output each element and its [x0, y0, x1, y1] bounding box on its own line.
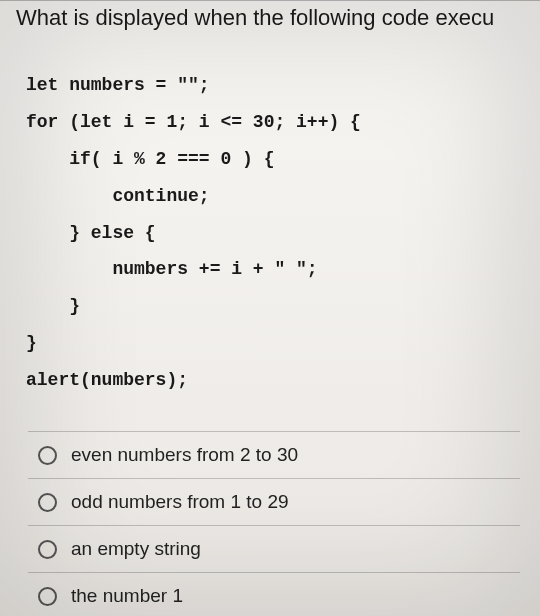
answer-label: even numbers from 2 to 30 — [71, 444, 298, 466]
radio-icon — [38, 446, 57, 465]
code-line: let numbers = ""; — [26, 67, 540, 104]
answer-label: the number 1 — [71, 585, 183, 607]
code-line: for (let i = 1; i <= 30; i++) { — [26, 104, 540, 141]
answer-label: an empty string — [71, 538, 201, 560]
answer-list: even numbers from 2 to 30 odd numbers fr… — [28, 431, 520, 616]
code-line: } — [26, 288, 540, 325]
code-block: let numbers = ""; for (let i = 1; i <= 3… — [0, 31, 540, 419]
question-text: What is displayed when the following cod… — [0, 0, 540, 31]
answer-label: odd numbers from 1 to 29 — [71, 491, 289, 513]
radio-icon — [38, 587, 57, 606]
answer-option-1[interactable]: even numbers from 2 to 30 — [28, 432, 520, 479]
code-line: } else { — [26, 215, 540, 252]
answer-option-3[interactable]: an empty string — [28, 526, 520, 573]
radio-icon — [38, 540, 57, 559]
code-line: continue; — [26, 178, 540, 215]
code-line: alert(numbers); — [26, 362, 540, 399]
radio-icon — [38, 493, 57, 512]
answer-option-2[interactable]: odd numbers from 1 to 29 — [28, 479, 520, 526]
code-line: if( i % 2 === 0 ) { — [26, 141, 540, 178]
answer-option-4[interactable]: the number 1 — [28, 573, 520, 616]
code-line: numbers += i + " "; — [26, 251, 540, 288]
code-line: } — [26, 325, 540, 362]
quiz-page: What is displayed when the following cod… — [0, 0, 540, 616]
